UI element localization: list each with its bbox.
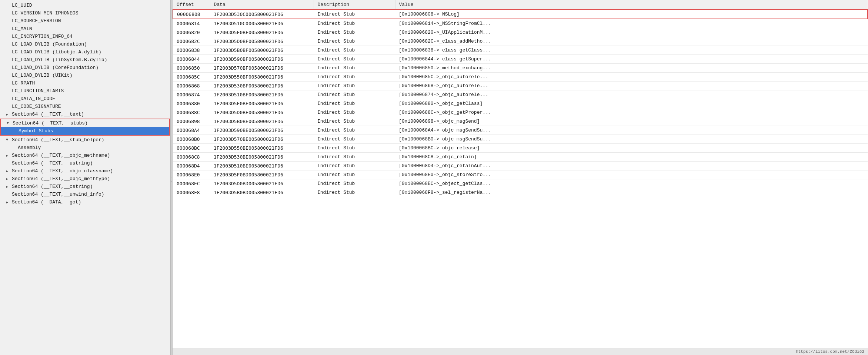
table-row[interactable]: 000068741F2003D510BF005800021FD6Indirect… — [173, 90, 868, 99]
cell-description: Indirect Stub — [314, 55, 395, 64]
cell-offset: 0000688C — [173, 108, 210, 117]
table-row[interactable]: 000068A41F2003D590BE005800021FD6Indirect… — [173, 126, 868, 135]
table-row[interactable]: 000068681F2003D530BF005800021FD6Indirect… — [173, 82, 868, 90]
sidebar-item-lc-data-in-code[interactable]: LC_DATA_IN_CODE — [0, 95, 170, 103]
triangle-right-icon: ▶ — [6, 153, 10, 158]
sidebar-item-section64-text-stubs[interactable]: ▼ Section64 (__TEXT,__stubs) — [1, 119, 169, 127]
sidebar-item-lc-function-starts[interactable]: LC_FUNCTION_STARTS — [0, 87, 170, 95]
sidebar-item-section64-objc-methtype[interactable]: ▶ Section64 (__TEXT,__objc_methtype) — [0, 175, 170, 183]
table-wrapper[interactable]: Offset Data Description Value 000068081F… — [173, 0, 868, 348]
table-row[interactable]: 000068801F2003D5F0BE005800021FD6Indirect… — [173, 99, 868, 108]
sidebar-item-section64-ustring[interactable]: Section64 (__TEXT,__ustring) — [0, 159, 170, 167]
cell-data: 1F2003D550BF005800021FD6 — [210, 73, 314, 82]
cell-description: Indirect Stub — [314, 108, 395, 117]
sidebar-item-lc-code-signature[interactable]: LC_CODE_SIGNATURE — [0, 103, 170, 110]
table-row[interactable]: 000068981F2003D5B0BE005800021FD6Indirect… — [173, 117, 868, 126]
cell-data: 1F2003D570BF005800021FD6 — [210, 64, 314, 73]
cell-data: 1F2003D530BE005800021FD6 — [210, 153, 314, 162]
cell-value: [0x1000068BC->_objc_release] — [395, 144, 868, 153]
cell-value: [0x10000682C->_class_addMetho... — [395, 37, 868, 46]
table-row[interactable]: 000068D41F2003D510BE005800021FD6Indirect… — [173, 162, 868, 170]
cell-value: [0x10000688C->_objc_getProper... — [395, 108, 868, 117]
cell-value: [0x1000068EC->_object_getClas... — [395, 179, 868, 188]
table-row[interactable]: 000068BC1F2003D550BE005800021FD6Indirect… — [173, 144, 868, 153]
table-row[interactable]: 000068201F2003D5F0BF005800021FD6Indirect… — [173, 28, 868, 37]
cell-value: [0x1000068F8->_sel_registerNa... — [395, 188, 868, 197]
sidebar-item-lc-load-libobjc[interactable]: LC_LOAD_DYLIB (libobjc.A.dylib) — [0, 48, 170, 56]
cell-offset: 000068B0 — [173, 135, 210, 144]
sidebar-item-section64-data-got[interactable]: ▶ Section64 (__DATA,__got) — [0, 198, 170, 206]
sidebar-item-section64-objc-classname[interactable]: ▶ Section64 (__TEXT,__objc_classname) — [0, 167, 170, 175]
sidebar-item-symbol-stubs[interactable]: Symbol Stubs — [1, 127, 169, 135]
cell-data: 1F2003D5B0BF005800021FD6 — [210, 46, 314, 55]
sidebar-item-lc-encryption[interactable]: LC_ENCRYPTION_INFO_64 — [0, 33, 170, 40]
table-row[interactable]: 000068141F2003D510C0005800021FD6Indirect… — [173, 19, 868, 28]
cell-value: [0x100006844->_class_getSuper... — [395, 55, 868, 64]
table-row[interactable]: 000068F81F2003D5B0BD005800021FD6Indirect… — [173, 188, 868, 197]
cell-value: [0x100006814->_NSStringFromCl... — [395, 19, 868, 28]
table-row[interactable]: 000068C81F2003D530BE005800021FD6Indirect… — [173, 153, 868, 162]
cell-value: [0x100006868->_objc_autorele... — [395, 82, 868, 90]
table-row[interactable]: 000068B01F2003D570BE005800021FD6Indirect… — [173, 135, 868, 144]
sidebar-item-lc-load-foundation[interactable]: LC_LOAD_DYLIB (Foundation) — [0, 40, 170, 48]
cell-value: [0x1000068C8->_objc_retain] — [395, 153, 868, 162]
table-row[interactable]: 000068441F2003D590BF005800021FD6Indirect… — [173, 55, 868, 64]
cell-value: [0x1000068A4->_objc_msgSendSu... — [395, 126, 868, 135]
sidebar-item-lc-load-libsystem[interactable]: LC_LOAD_DYLIB (libSystem.B.dylib) — [0, 56, 170, 64]
table-row[interactable]: 0000685C1F2003D550BF005800021FD6Indirect… — [173, 73, 868, 82]
cell-offset: 00006850 — [173, 64, 210, 73]
triangle-right-icon: ▶ — [6, 185, 10, 189]
triangle-right-icon: ▶ — [6, 112, 10, 117]
col-header-value: Value — [395, 0, 868, 10]
sidebar-item-lc-version-min[interactable]: LC_VERSION_MIN_IPHONEOS — [0, 9, 170, 17]
sidebar-item-lc-load-corefoundation[interactable]: LC_LOAD_DYLIB (CoreFoundation) — [0, 64, 170, 72]
cell-data: 1F2003D5D0BF005800021FD6 — [210, 37, 314, 46]
table-row[interactable]: 000068081F2003D530C0005800021FD6Indirect… — [173, 10, 868, 19]
cell-offset: 00006880 — [173, 99, 210, 108]
sidebar-item-lc-rpath[interactable]: LC_RPATH — [0, 79, 170, 87]
sidebar-item-lc-main[interactable]: LC_MAIN — [0, 25, 170, 33]
cell-value: [0x100006850->_method_exchang... — [395, 64, 868, 73]
cell-offset: 000068D4 — [173, 162, 210, 170]
table-row[interactable]: 000068501F2003D570BF005800021FD6Indirect… — [173, 64, 868, 73]
sidebar-item-assembly[interactable]: Assembly — [0, 144, 170, 152]
cell-data: 1F2003D5F0BE005800021FD6 — [210, 99, 314, 108]
table-row[interactable]: 000068381F2003D5B0BF005800021FD6Indirect… — [173, 46, 868, 55]
triangle-right-icon: ▶ — [6, 200, 10, 205]
cell-data: 1F2003D590BE005800021FD6 — [210, 126, 314, 135]
cell-offset: 000068BC — [173, 144, 210, 153]
cell-description: Indirect Stub — [314, 82, 395, 90]
cell-description: Indirect Stub — [314, 179, 395, 188]
status-bar: https://litos.com.net/ZOdi62 — [173, 348, 868, 355]
cell-offset: 000068F8 — [173, 188, 210, 197]
cell-description: Indirect Stub — [314, 126, 395, 135]
table-row[interactable]: 0000682C1F2003D5D0BF005800021FD6Indirect… — [173, 37, 868, 46]
cell-value: [0x10000685C->_objc_autorele... — [395, 73, 868, 82]
cell-data: 1F2003D510C0005800021FD6 — [210, 19, 314, 28]
cell-offset: 00006874 — [173, 90, 210, 99]
stubs-section-box: ▼ Section64 (__TEXT,__stubs) Symbol Stub… — [0, 119, 170, 136]
cell-offset: 00006898 — [173, 117, 210, 126]
sidebar-item-lc-source-version[interactable]: LC_SOURCE_VERSION — [0, 17, 170, 25]
cell-description: Indirect Stub — [314, 117, 395, 126]
table-row[interactable]: 000068E01F2003D5F0BD005800021FD6Indirect… — [173, 170, 868, 179]
sidebar-item-lc-uuid[interactable]: LC_UUID — [0, 1, 170, 9]
col-header-description: Description — [314, 0, 395, 10]
sidebar-item-section64-objc-methname[interactable]: ▶ Section64 (__TEXT,__objc_methname) — [0, 152, 170, 159]
sidebar-item-lc-load-uikit[interactable]: LC_LOAD_DYLIB (UIKit) — [0, 72, 170, 79]
sidebar-item-section64-cstring[interactable]: ▶ Section64 (__TEXT,__cstring) — [0, 183, 170, 190]
sidebar-item-section64-unwind-info[interactable]: Section64 (__TEXT,__unwind_info) — [0, 190, 170, 198]
cell-data: 1F2003D5D0BE005800021FD6 — [210, 108, 314, 117]
cell-value: [0x100006808->_NSLog] — [395, 10, 868, 19]
cell-data: 1F2003D530C0005800021FD6 — [210, 10, 314, 19]
triangle-right-icon: ▶ — [6, 169, 10, 173]
cell-value: [0x100006898->_objc_msgSend] — [395, 117, 868, 126]
cell-data: 1F2003D590BF005800021FD6 — [210, 55, 314, 64]
table-row[interactable]: 0000688C1F2003D5D0BE005800021FD6Indirect… — [173, 108, 868, 117]
cell-data: 1F2003D510BF005800021FD6 — [210, 90, 314, 99]
table-row[interactable]: 000068EC1F2003D5D0BD005800021FD6Indirect… — [173, 179, 868, 188]
sidebar-item-section64-text-text[interactable]: ▶ Section64 (__TEXT,__text) — [0, 110, 170, 118]
cell-data: 1F2003D5F0BD005800021FD6 — [210, 170, 314, 179]
sidebar-item-section64-text-stub-helper[interactable]: ▼ Section64 (__TEXT,__stub_helper) — [0, 136, 170, 144]
cell-description: Indirect Stub — [314, 90, 395, 99]
